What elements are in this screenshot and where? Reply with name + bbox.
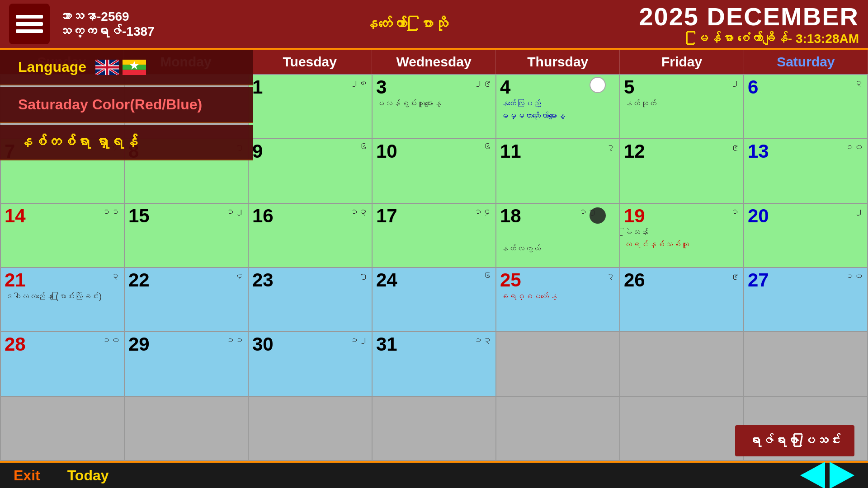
header-center: နတ်တော်_ ပြာသို xyxy=(173,16,639,33)
prev-month-button[interactable] xyxy=(800,462,825,488)
footer: Exit Today xyxy=(0,461,868,488)
svg-rect-2 xyxy=(16,29,43,33)
language-label: Language xyxy=(18,59,86,75)
table-row[interactable]: 3 ၂၉ မသန်စွမ်းသူများနေ့ xyxy=(373,75,495,138)
table-row[interactable]: 24 ၆ xyxy=(373,268,495,331)
table-row[interactable]: 26 ၉ xyxy=(620,268,743,331)
table-row xyxy=(496,332,619,395)
festival-search-menu-item[interactable]: နစ်တစ်ရာ ရှာရန် xyxy=(0,125,253,160)
today-indicator xyxy=(590,77,606,93)
table-row xyxy=(620,397,743,460)
header-saturday: Saturday xyxy=(744,50,868,74)
table-row[interactable]: 21 ၃ ဒေဝါလလည်နေ့ (ပြောင်းလဲခြင်း) xyxy=(1,268,124,331)
table-row[interactable]: 31 ၁၃ xyxy=(373,332,495,395)
table-row[interactable]: 14 ၁၁ xyxy=(1,204,124,267)
table-row[interactable]: 19 ၁ ဗြဲဆန်း ကရင်နှစ်သစ်ကူး xyxy=(620,204,743,267)
table-row[interactable]: 12 ၉ xyxy=(620,139,743,202)
svg-rect-6 xyxy=(123,70,146,75)
exit-button[interactable]: Exit xyxy=(14,467,40,484)
svg-rect-0 xyxy=(16,15,43,19)
menu-button[interactable] xyxy=(9,4,50,44)
table-row[interactable]: 6 ၃ xyxy=(744,75,867,138)
table-row[interactable]: 20 ၂ xyxy=(744,204,867,267)
festival-label: နစ်တစ်ရာ ရှာရန် xyxy=(18,134,138,150)
today-button[interactable]: Today xyxy=(67,467,109,484)
table-row[interactable]: 27 ၁၀ xyxy=(744,268,867,331)
today-dot xyxy=(590,207,606,224)
table-row[interactable]: 25 ၇ ခရစ္စမတ်နေ့ xyxy=(496,268,619,331)
table-row[interactable]: 22 ၄ xyxy=(125,268,248,331)
datetime: မြန်မာ စံတော်ချိန်- 3:13:28AM xyxy=(639,31,859,46)
table-row xyxy=(620,332,743,395)
table-row[interactable]: 1 ၂၈ xyxy=(249,75,372,138)
table-row[interactable]: 5 ၂ နတ်ဆုတ် xyxy=(620,75,743,138)
saturday-color-label: Saturaday Color(Red/Blue) xyxy=(18,96,202,113)
table-row[interactable]: 16 ၁၃ xyxy=(249,204,372,267)
calendar-title: 2025 DECEMBER xyxy=(639,2,859,31)
header-thursday: Thursday xyxy=(496,50,620,74)
table-row xyxy=(125,397,248,460)
navigation-buttons xyxy=(800,462,854,488)
header: သာသနာ-2569 သက္ကရာဇ်-1387 နတ်တော်_ ပြာသို… xyxy=(0,0,868,50)
table-row[interactable]: 29 ၁၁ xyxy=(125,332,248,395)
table-row[interactable]: 11 ၇ xyxy=(496,139,619,202)
header-wednesday: Wednesday xyxy=(372,50,496,74)
table-row xyxy=(1,397,124,460)
saturday-color-menu-item[interactable]: Saturaday Color(Red/Blue) xyxy=(0,87,253,123)
table-row[interactable]: 17 ၁၄ xyxy=(373,204,495,267)
myanmar-flag-icon[interactable] xyxy=(123,60,146,75)
myanmar-year: သာသနာ-2569 သက္ကရာဇ်-1387 xyxy=(59,9,155,39)
table-row[interactable]: 10 ၆ xyxy=(373,139,495,202)
header-friday: Friday xyxy=(620,50,744,74)
header-tuesday: Tuesday xyxy=(248,50,372,74)
table-row[interactable]: 18 ၁၅ နတ်လကွယ် xyxy=(496,204,619,267)
table-row xyxy=(496,397,619,460)
table-row xyxy=(744,332,867,395)
overlay-menu: Language Saturaday Color(Red/Blue) နစ်တစ… xyxy=(0,50,253,160)
moon-text: နတ်တော်_ ပြာသို xyxy=(363,16,448,33)
table-row[interactable]: 30 ၁၂ xyxy=(249,332,372,395)
table-row xyxy=(249,397,372,460)
table-row[interactable]: 9 ၆ xyxy=(249,139,372,202)
flags xyxy=(95,60,146,75)
svg-rect-1 xyxy=(16,22,43,26)
table-row xyxy=(373,397,495,460)
table-row[interactable]: 4 ၁ နတ်လေပြည့် ဓမ္မတာဆိုတော်များနေ့ xyxy=(496,75,619,138)
header-right: 2025 DECEMBER မြန်မာ စံတော်ချိန်- 3:13:2… xyxy=(639,2,859,46)
uk-flag-icon[interactable] xyxy=(95,60,119,75)
next-month-button[interactable] xyxy=(830,462,854,488)
table-row[interactable]: 23 ၅ xyxy=(249,268,372,331)
info-button[interactable]: ရာဇ်ရာဇာ/ပြသင်းး xyxy=(735,425,854,456)
language-menu-item[interactable]: Language xyxy=(0,50,253,85)
table-row[interactable]: 15 ၁၂ xyxy=(125,204,248,267)
table-row[interactable]: 13 ၁၀ xyxy=(744,139,867,202)
table-row[interactable]: 28 ၁၀ xyxy=(1,332,124,395)
